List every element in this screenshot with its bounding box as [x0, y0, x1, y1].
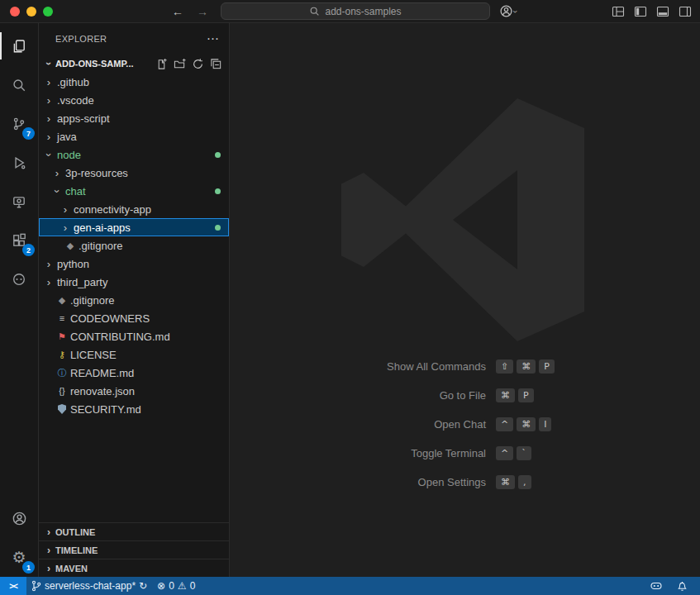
tree-item-file[interactable]: ◆.gitignore [39, 236, 229, 255]
problems-status-item[interactable]: ⊗ 0 ⚠ 0 [152, 577, 200, 595]
tree-item-file[interactable]: ◆.gitignore [39, 291, 229, 309]
chevron-icon[interactable]: › [42, 131, 55, 143]
chevron-icon[interactable]: › [43, 148, 55, 161]
shortcut-keys: ⇧⌘P [496, 359, 555, 374]
keycap: P [539, 359, 555, 374]
scm-badge: 7 [22, 127, 35, 140]
shortcut-label: Show All Commands [230, 360, 486, 373]
workspace-section-header[interactable]: › ADD-ONS-SAMP... [39, 55, 229, 73]
shortcut-row: Open Chat^⌘I [230, 410, 700, 439]
activity-bar: 7 2 ⚙ 1 [0, 23, 39, 577]
account-menu-button[interactable]: › [499, 4, 517, 18]
chevron-icon[interactable]: › [59, 221, 72, 234]
vscode-window: ← → add-ons-samples › [0, 0, 700, 595]
sidebar-panels: ›OUTLINE›TIMELINE›MAVEN [39, 522, 229, 577]
activity-copilot[interactable] [0, 259, 38, 298]
editor-area: Show All Commands⇧⌘PGo to File⌘POpen Cha… [230, 23, 700, 577]
toggle-panel-icon[interactable] [656, 5, 669, 18]
chevron-icon[interactable]: › [51, 184, 64, 198]
tree-item-folder[interactable]: ›node [39, 145, 229, 164]
chevron-icon[interactable]: › [42, 258, 55, 270]
tree-item-folder[interactable]: ›.vscode [39, 91, 229, 109]
tree-item-file[interactable]: ≡CODEOWNERS [39, 309, 229, 327]
toggle-sidebar-left-icon[interactable] [634, 5, 647, 18]
sidebar-panel-timeline[interactable]: ›TIMELINE [39, 540, 229, 559]
new-folder-icon[interactable] [174, 58, 186, 70]
warning-count: 0 [190, 580, 196, 592]
sync-icon: ↻ [139, 581, 147, 591]
chevron-icon[interactable]: › [50, 167, 64, 179]
activity-extensions[interactable]: 2 [0, 221, 38, 259]
sidebar-title: EXPLORER [55, 34, 107, 44]
keycap: ` [517, 446, 531, 460]
tree-item-folder[interactable]: ›java [39, 127, 229, 145]
tree-item-folder[interactable]: ›connectivity-app [39, 200, 229, 218]
more-actions-icon[interactable]: ⋯ [207, 31, 219, 46]
tree-item-label: connectivity-app [74, 203, 151, 216]
tree-item-folder[interactable]: ›.github [39, 73, 229, 91]
activity-accounts[interactable] [0, 499, 38, 538]
minimize-button[interactable] [26, 7, 36, 17]
shortcut-label: Open Settings [230, 476, 486, 488]
search-icon [12, 78, 26, 93]
toggle-sidebar-right-icon[interactable] [679, 5, 692, 18]
refresh-icon[interactable] [192, 58, 204, 70]
notifications-item[interactable] [671, 577, 693, 595]
customize-layout-icon[interactable] [612, 5, 625, 18]
collapse-all-icon[interactable] [210, 58, 222, 70]
tree-item-file[interactable]: ⚷LICENSE [39, 345, 229, 364]
activity-settings[interactable]: ⚙ 1 [0, 538, 38, 577]
activity-remote-explorer[interactable] [0, 182, 38, 221]
forward-icon[interactable]: → [197, 5, 208, 18]
close-button[interactable] [10, 7, 20, 17]
activity-source-control[interactable]: 7 [0, 104, 38, 143]
command-center[interactable]: add-ons-samples [221, 2, 490, 20]
settings-badge: 1 [22, 561, 35, 574]
branch-status-item[interactable]: serverless-chat-app* ↻ [26, 577, 152, 595]
tree-item-folder[interactable]: ›chat [39, 182, 229, 200]
chevron-icon[interactable]: › [42, 76, 55, 88]
chevron-icon[interactable]: › [59, 203, 72, 216]
chevron-icon: › [42, 563, 55, 574]
tree-item-label: .github [57, 76, 89, 88]
tree-item-file[interactable]: SECURITY.md [39, 400, 229, 418]
tree-item-folder[interactable]: ›3p-resources [39, 164, 229, 182]
tree-item-label: gen-ai-apps [74, 221, 131, 234]
status-bar: >< serverless-chat-app* ↻ ⊗ 0 ⚠ 0 [0, 577, 700, 595]
tree-item-file[interactable]: {}renovate.json [39, 382, 229, 400]
activity-run-debug[interactable] [0, 143, 38, 182]
tree-item-folder[interactable]: ›apps-script [39, 109, 229, 127]
tree-item-folder[interactable]: ›python [39, 255, 229, 273]
tree-item-label: renovate.json [70, 385, 135, 397]
tree-item-folder[interactable]: ›third_party [39, 273, 229, 291]
activity-explorer[interactable] [0, 26, 38, 65]
ribbon-icon: ⚑ [55, 332, 69, 341]
key-icon: ⚷ [55, 350, 69, 359]
chevron-icon[interactable]: › [42, 276, 55, 288]
sidebar-panel-outline[interactable]: ›OUTLINE [39, 522, 229, 540]
tree-item-file[interactable]: ⓘREADME.md [39, 364, 229, 382]
shortcut-label: Toggle Terminal [230, 447, 486, 459]
list-icon: ≡ [55, 314, 69, 323]
zoom-button[interactable] [43, 7, 53, 17]
new-file-icon[interactable] [155, 58, 168, 70]
copilot-status-item[interactable] [645, 577, 668, 595]
tree-item-label: LICENSE [70, 349, 117, 361]
tree-item-label: .gitignore [79, 240, 122, 252]
sidebar-panel-maven[interactable]: ›MAVEN [39, 559, 229, 577]
tree-item-label: .vscode [57, 94, 94, 107]
activity-search[interactable] [0, 65, 38, 104]
git-icon: ◆ [55, 296, 69, 305]
tree-item-folder[interactable]: ›gen-ai-apps [39, 218, 229, 236]
back-icon[interactable]: ← [172, 5, 183, 18]
chevron-icon[interactable]: › [42, 112, 55, 125]
vscode-watermark-logo [339, 96, 587, 347]
activity-bar-spacer [0, 298, 38, 499]
chevron-icon[interactable]: › [42, 94, 55, 107]
remote-indicator[interactable]: >< [0, 577, 26, 595]
chevron-icon: › [42, 545, 55, 556]
keycap: , [518, 475, 531, 489]
tree-item-file[interactable]: ⚑CONTRIBUTING.md [39, 327, 229, 345]
tree-item-label: CODEOWNERS [70, 312, 150, 325]
tree-item-label: CONTRIBUTING.md [70, 331, 170, 343]
